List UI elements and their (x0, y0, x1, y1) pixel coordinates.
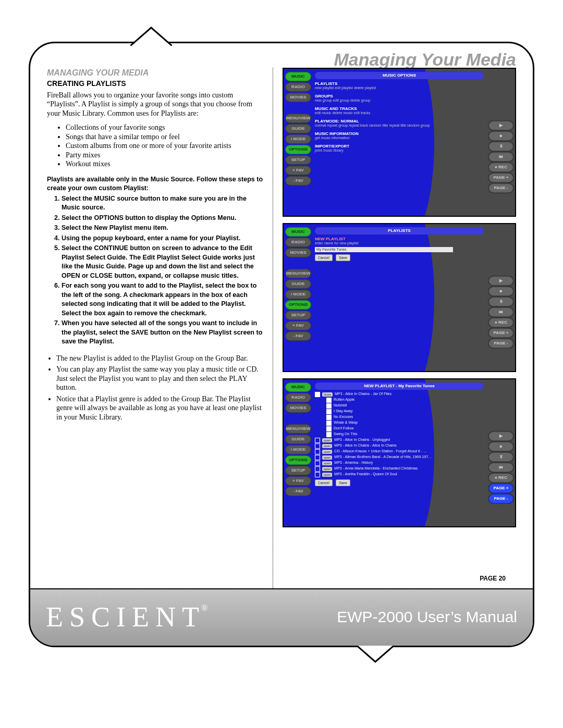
album-row[interactable]: openMP3 - Alice In Chains - Unplugged (315, 438, 484, 443)
fav-minus-button[interactable]: - FAV (285, 487, 311, 496)
open-button[interactable]: open (322, 455, 332, 460)
album-row[interactable]: openMP3 - Anna Maria Mendieta - Enchante… (315, 466, 484, 472)
checkbox-icon[interactable] (315, 443, 320, 449)
checkbox-icon[interactable] (315, 449, 320, 454)
open-button[interactable]: open (322, 473, 332, 477)
music-button[interactable]: MUSIC (285, 382, 311, 392)
play-button[interactable]: ▶ (488, 276, 513, 286)
checkbox-icon[interactable] (326, 432, 332, 437)
save-button[interactable]: Save (336, 479, 350, 486)
options-button[interactable]: OPTIONS (285, 455, 311, 465)
movies-button[interactable]: MOVIES (285, 93, 311, 102)
options-button[interactable]: OPTIONS (285, 145, 311, 154)
album-row[interactable]: openMP3 - Aretha Franklin - Queen Of Sou… (315, 472, 484, 477)
play-button[interactable]: ▶ (488, 121, 513, 130)
page-up-button[interactable]: PAGE + (488, 484, 513, 493)
open-button[interactable]: open (322, 467, 332, 471)
page-down-button[interactable]: PAGE - (488, 494, 513, 503)
setup-button[interactable]: SETUP (285, 466, 311, 475)
checkbox-icon[interactable] (315, 466, 320, 472)
album-row[interactable]: openMP3 - Allman Brothers Band - A Decad… (315, 455, 484, 460)
group-sub[interactable]: normal repeat group repeat track random … (315, 124, 484, 128)
track-row[interactable]: I Stay Away (315, 409, 484, 414)
album-row[interactable]: openCD - Allsson Krauss + Union Station … (315, 449, 484, 454)
fav-plus-button[interactable]: + FAV (285, 321, 311, 330)
save-button[interactable]: Save (336, 254, 350, 261)
album-row[interactable]: closeMP3 - Alice In Chains - Jar Of Flie… (315, 392, 484, 397)
open-button[interactable]: open (322, 461, 332, 465)
pause-button[interactable]: ⏸ (488, 142, 513, 151)
track-row[interactable]: Nutshell (315, 403, 484, 409)
movies-button[interactable]: MOVIES (285, 248, 311, 257)
checkbox-icon[interactable] (315, 455, 320, 460)
page-up-button[interactable]: PAGE + (488, 328, 513, 338)
track-row[interactable]: No Excuses (315, 415, 484, 420)
menu-view-button[interactable]: MENU/VIEW (285, 114, 311, 123)
radio-button[interactable]: RADIO (285, 393, 311, 402)
album-row[interactable]: openMP3 - America - History (315, 461, 484, 466)
checkbox-icon[interactable] (326, 421, 332, 426)
checkbox-icon[interactable] (315, 461, 320, 466)
checkbox-icon[interactable] (315, 392, 320, 397)
close-button[interactable]: close (322, 392, 333, 397)
setup-button[interactable]: SETUP (285, 311, 311, 320)
stop-button[interactable]: ■ (488, 131, 513, 141)
page-down-button[interactable]: PAGE - (488, 339, 513, 348)
page-up-button[interactable]: PAGE + (488, 173, 513, 182)
open-button[interactable]: open (322, 444, 332, 448)
fav-plus-button[interactable]: + FAV (285, 166, 311, 175)
page-down-button[interactable]: PAGE - (488, 183, 513, 193)
music-button[interactable]: MUSIC (285, 72, 311, 81)
group-sub[interactable]: new group edit group delete group (315, 98, 484, 103)
checkbox-icon[interactable] (326, 403, 332, 409)
stop-button[interactable]: ■ (488, 442, 513, 451)
checkbox-icon[interactable] (326, 409, 332, 414)
menu-view-button[interactable]: MENU/VIEW (285, 269, 311, 278)
pause-button[interactable]: ⏸ (488, 297, 513, 306)
group-sub[interactable]: get music information (315, 136, 484, 140)
options-button[interactable]: OPTIONS (285, 300, 311, 310)
movies-button[interactable]: MOVIES (285, 403, 311, 413)
guide-button[interactable]: GUIDE (285, 124, 311, 133)
guide-button[interactable]: GUIDE (285, 435, 311, 444)
fav-plus-button[interactable]: + FAV (285, 476, 311, 486)
group-sub[interactable]: new playlist edit playlist delete playli… (315, 86, 484, 90)
pause-button[interactable]: ⏸ (488, 452, 513, 462)
checkbox-icon[interactable] (315, 472, 320, 477)
checkbox-icon[interactable] (326, 415, 332, 420)
group-sub[interactable]: print music library (315, 149, 484, 153)
checkbox-icon[interactable] (315, 438, 320, 443)
mode-button[interactable]: i MODE (285, 445, 311, 454)
track-row[interactable]: Swing On This (315, 432, 484, 437)
cancel-button[interactable]: Cancel (315, 479, 333, 486)
mode-button[interactable]: i MODE (285, 134, 311, 144)
rec-button[interactable]: ● REC (488, 473, 513, 483)
radio-button[interactable]: RADIO (285, 238, 311, 247)
prev-button[interactable]: ⏮ (488, 152, 513, 162)
track-row[interactable]: Don't Follow (315, 426, 484, 431)
open-button[interactable]: open (322, 438, 332, 442)
track-row[interactable]: Whale & Wasp (315, 421, 484, 426)
prev-button[interactable]: ⏮ (488, 463, 513, 472)
group-sub[interactable]: edit music delete music edit tracks (315, 111, 484, 115)
menu-view-button[interactable]: MENU/VIEW (285, 424, 311, 434)
guide-button[interactable]: GUIDE (285, 279, 311, 289)
stop-button[interactable]: ■ (488, 287, 513, 296)
open-button[interactable]: open (322, 450, 332, 454)
play-button[interactable]: ▶ (488, 431, 513, 441)
rec-button[interactable]: ● REC (488, 318, 513, 327)
checkbox-icon[interactable] (326, 398, 332, 403)
checkbox-icon[interactable] (326, 426, 332, 431)
playlist-name-input[interactable]: My Favorite Tunes (315, 247, 453, 252)
radio-button[interactable]: RADIO (285, 82, 311, 92)
fav-minus-button[interactable]: - FAV (285, 176, 311, 186)
track-row[interactable]: Rotten Apple (315, 398, 484, 403)
prev-button[interactable]: ⏮ (488, 307, 513, 317)
fav-minus-button[interactable]: - FAV (285, 331, 311, 341)
music-button[interactable]: MUSIC (285, 227, 311, 237)
rec-button[interactable]: ● REC (488, 163, 513, 172)
setup-button[interactable]: SETUP (285, 155, 311, 165)
album-row[interactable]: openMP3 - Alice In Chains - Alice In Cha… (315, 443, 484, 449)
mode-button[interactable]: i MODE (285, 290, 311, 299)
cancel-button[interactable]: Cancel (315, 254, 333, 261)
